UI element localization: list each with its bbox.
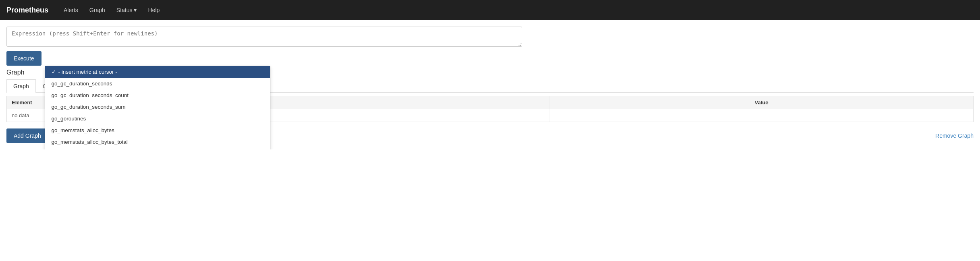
toolbar-row: Execute ✓ - insert metric at cursor - go… xyxy=(6,51,974,66)
nav-item-alerts[interactable]: Alerts xyxy=(58,0,84,20)
add-graph-button[interactable]: Add Graph xyxy=(6,128,48,143)
nav-item-help[interactable]: Help xyxy=(142,0,165,20)
dropdown-item-2[interactable]: go_gc_duration_seconds_sum xyxy=(45,101,270,113)
dropdown-item-6[interactable]: go_memstats_buck_hash_sys_bytes xyxy=(45,148,270,149)
col-value: Value xyxy=(550,96,973,109)
metric-dropdown-menu: ✓ - insert metric at cursor - go_gc_dura… xyxy=(45,66,270,149)
dropdown-item-0[interactable]: go_gc_duration_seconds xyxy=(45,78,270,89)
dropdown-item-insert-metric[interactable]: ✓ - insert metric at cursor - xyxy=(45,66,270,78)
cell-value xyxy=(550,109,973,122)
chevron-down-icon: ▾ xyxy=(134,7,137,13)
nav-item-graph[interactable]: Graph xyxy=(84,0,111,20)
main-content: Execute ✓ - insert metric at cursor - go… xyxy=(0,20,980,149)
expression-container xyxy=(6,27,974,48)
dropdown-item-1[interactable]: go_gc_duration_seconds_count xyxy=(45,89,270,101)
dropdown-item-5[interactable]: go_memstats_alloc_bytes_total xyxy=(45,136,270,148)
check-icon: ✓ xyxy=(52,69,56,75)
remove-graph-button[interactable]: Remove Graph xyxy=(935,133,974,139)
dropdown-item-3[interactable]: go_goroutines xyxy=(45,113,270,124)
dropdown-item-4[interactable]: go_memstats_alloc_bytes xyxy=(45,124,270,136)
execute-button[interactable]: Execute xyxy=(6,51,42,66)
navbar: Prometheus Alerts Graph Status ▾ Help xyxy=(0,0,980,20)
nav-item-status[interactable]: Status ▾ xyxy=(111,0,143,20)
expression-input[interactable] xyxy=(6,27,522,47)
navbar-brand[interactable]: Prometheus xyxy=(6,6,48,14)
tab-graph[interactable]: Graph xyxy=(6,79,36,93)
